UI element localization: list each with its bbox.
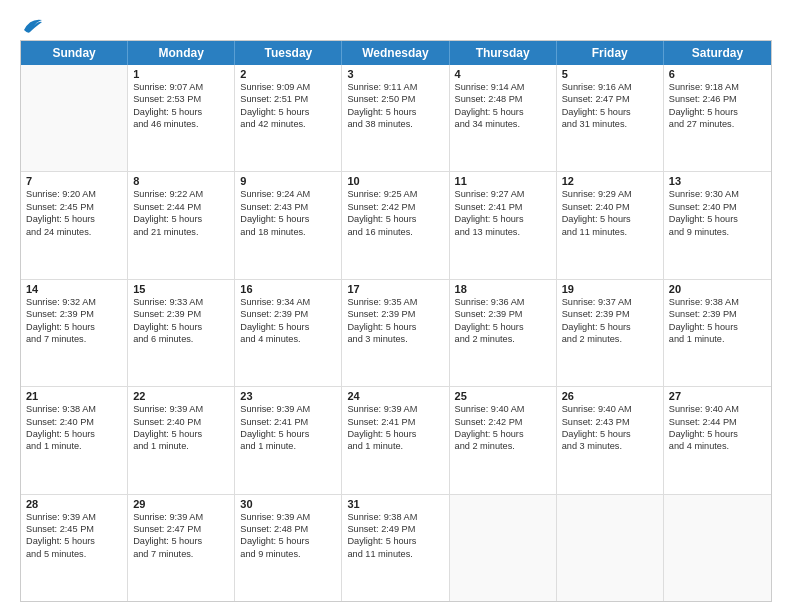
day-number: 7 — [26, 175, 122, 187]
calendar-cell — [557, 495, 664, 601]
cell-info-line: Daylight: 5 hours — [669, 321, 766, 333]
cell-info-line: and 3 minutes. — [347, 333, 443, 345]
header-day-monday: Monday — [128, 41, 235, 65]
cell-info-line: Sunrise: 9:34 AM — [240, 296, 336, 308]
cell-info-line: Sunrise: 9:18 AM — [669, 81, 766, 93]
calendar-cell: 16Sunrise: 9:34 AMSunset: 2:39 PMDayligh… — [235, 280, 342, 386]
header-day-wednesday: Wednesday — [342, 41, 449, 65]
calendar-cell: 2Sunrise: 9:09 AMSunset: 2:51 PMDaylight… — [235, 65, 342, 171]
cell-info-line: Sunrise: 9:11 AM — [347, 81, 443, 93]
calendar-cell: 14Sunrise: 9:32 AMSunset: 2:39 PMDayligh… — [21, 280, 128, 386]
cell-info-line: and 1 minute. — [133, 440, 229, 452]
day-number: 2 — [240, 68, 336, 80]
cell-info-line: Daylight: 5 hours — [455, 428, 551, 440]
cell-info-line: Sunrise: 9:35 AM — [347, 296, 443, 308]
day-number: 6 — [669, 68, 766, 80]
cell-info-line: and 5 minutes. — [26, 548, 122, 560]
calendar-cell: 8Sunrise: 9:22 AMSunset: 2:44 PMDaylight… — [128, 172, 235, 278]
cell-info-line: Sunrise: 9:09 AM — [240, 81, 336, 93]
cell-info-line: and 13 minutes. — [455, 226, 551, 238]
calendar-cell: 9Sunrise: 9:24 AMSunset: 2:43 PMDaylight… — [235, 172, 342, 278]
header-day-tuesday: Tuesday — [235, 41, 342, 65]
cell-info-line: Daylight: 5 hours — [562, 213, 658, 225]
header-day-thursday: Thursday — [450, 41, 557, 65]
calendar-cell: 22Sunrise: 9:39 AMSunset: 2:40 PMDayligh… — [128, 387, 235, 493]
cell-info-line: Daylight: 5 hours — [347, 428, 443, 440]
header-day-friday: Friday — [557, 41, 664, 65]
day-number: 24 — [347, 390, 443, 402]
cell-info-line: Sunset: 2:47 PM — [133, 523, 229, 535]
cell-info-line: Sunrise: 9:14 AM — [455, 81, 551, 93]
cell-info-line: and 18 minutes. — [240, 226, 336, 238]
calendar-row-3: 21Sunrise: 9:38 AMSunset: 2:40 PMDayligh… — [21, 387, 771, 494]
cell-info-line: and 11 minutes. — [347, 548, 443, 560]
cell-info-line: and 2 minutes. — [562, 333, 658, 345]
cell-info-line: Sunrise: 9:38 AM — [347, 511, 443, 523]
calendar-cell: 30Sunrise: 9:39 AMSunset: 2:48 PMDayligh… — [235, 495, 342, 601]
cell-info-line: and 2 minutes. — [455, 333, 551, 345]
calendar-cell: 23Sunrise: 9:39 AMSunset: 2:41 PMDayligh… — [235, 387, 342, 493]
cell-info-line: Sunrise: 9:16 AM — [562, 81, 658, 93]
cell-info-line: Sunrise: 9:39 AM — [240, 403, 336, 415]
cell-info-line: Sunrise: 9:29 AM — [562, 188, 658, 200]
cell-info-line: Sunset: 2:45 PM — [26, 201, 122, 213]
calendar-cell: 1Sunrise: 9:07 AMSunset: 2:53 PMDaylight… — [128, 65, 235, 171]
cell-info-line: Sunrise: 9:30 AM — [669, 188, 766, 200]
calendar-cell: 27Sunrise: 9:40 AMSunset: 2:44 PMDayligh… — [664, 387, 771, 493]
cell-info-line: and 7 minutes. — [133, 548, 229, 560]
cell-info-line: Sunrise: 9:40 AM — [455, 403, 551, 415]
cell-info-line: Daylight: 5 hours — [133, 535, 229, 547]
day-number: 31 — [347, 498, 443, 510]
day-number: 10 — [347, 175, 443, 187]
day-number: 22 — [133, 390, 229, 402]
day-number: 25 — [455, 390, 551, 402]
header-day-saturday: Saturday — [664, 41, 771, 65]
calendar-cell: 24Sunrise: 9:39 AMSunset: 2:41 PMDayligh… — [342, 387, 449, 493]
calendar-cell: 6Sunrise: 9:18 AMSunset: 2:46 PMDaylight… — [664, 65, 771, 171]
cell-info-line: Sunset: 2:42 PM — [347, 201, 443, 213]
calendar-cell — [664, 495, 771, 601]
cell-info-line: Sunrise: 9:40 AM — [669, 403, 766, 415]
cell-info-line: Daylight: 5 hours — [347, 321, 443, 333]
cell-info-line: and 21 minutes. — [133, 226, 229, 238]
cell-info-line: and 27 minutes. — [669, 118, 766, 130]
day-number: 23 — [240, 390, 336, 402]
calendar: SundayMondayTuesdayWednesdayThursdayFrid… — [20, 40, 772, 602]
cell-info-line: and 16 minutes. — [347, 226, 443, 238]
cell-info-line: Daylight: 5 hours — [669, 213, 766, 225]
cell-info-line: Sunrise: 9:39 AM — [133, 403, 229, 415]
cell-info-line: Daylight: 5 hours — [133, 106, 229, 118]
day-number: 9 — [240, 175, 336, 187]
cell-info-line: Sunrise: 9:37 AM — [562, 296, 658, 308]
calendar-cell: 18Sunrise: 9:36 AMSunset: 2:39 PMDayligh… — [450, 280, 557, 386]
cell-info-line: Sunset: 2:49 PM — [347, 523, 443, 535]
cell-info-line: Sunset: 2:40 PM — [562, 201, 658, 213]
cell-info-line: and 34 minutes. — [455, 118, 551, 130]
header — [20, 16, 772, 32]
cell-info-line: Daylight: 5 hours — [669, 428, 766, 440]
cell-info-line: Sunset: 2:51 PM — [240, 93, 336, 105]
cell-info-line: Sunset: 2:39 PM — [669, 308, 766, 320]
cell-info-line: and 46 minutes. — [133, 118, 229, 130]
cell-info-line: Daylight: 5 hours — [455, 106, 551, 118]
calendar-cell — [21, 65, 128, 171]
cell-info-line: Sunset: 2:40 PM — [133, 416, 229, 428]
calendar-cell — [450, 495, 557, 601]
calendar-cell: 5Sunrise: 9:16 AMSunset: 2:47 PMDaylight… — [557, 65, 664, 171]
cell-info-line: Daylight: 5 hours — [562, 321, 658, 333]
cell-info-line: and 7 minutes. — [26, 333, 122, 345]
cell-info-line: Sunset: 2:39 PM — [455, 308, 551, 320]
cell-info-line: Sunset: 2:41 PM — [347, 416, 443, 428]
calendar-body: 1Sunrise: 9:07 AMSunset: 2:53 PMDaylight… — [21, 65, 771, 601]
cell-info-line: Sunset: 2:43 PM — [562, 416, 658, 428]
cell-info-line: Sunrise: 9:24 AM — [240, 188, 336, 200]
cell-info-line: Daylight: 5 hours — [133, 321, 229, 333]
calendar-cell: 10Sunrise: 9:25 AMSunset: 2:42 PMDayligh… — [342, 172, 449, 278]
cell-info-line: Daylight: 5 hours — [133, 428, 229, 440]
calendar-row-0: 1Sunrise: 9:07 AMSunset: 2:53 PMDaylight… — [21, 65, 771, 172]
cell-info-line: Sunset: 2:48 PM — [240, 523, 336, 535]
day-number: 19 — [562, 283, 658, 295]
cell-info-line: Sunrise: 9:32 AM — [26, 296, 122, 308]
cell-info-line: and 1 minute. — [26, 440, 122, 452]
cell-info-line: Sunrise: 9:22 AM — [133, 188, 229, 200]
